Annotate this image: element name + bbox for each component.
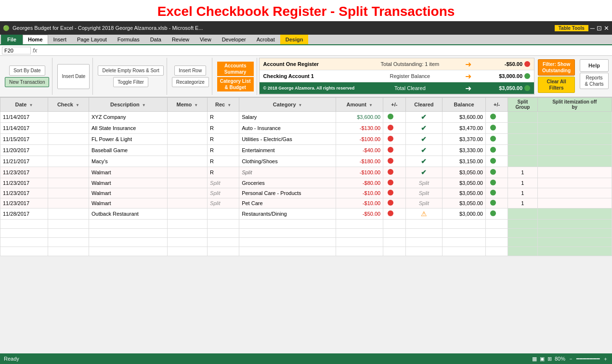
window-controls[interactable]: ─ ⊡ ✕ [590, 25, 609, 32]
fx-label: fx [33, 47, 37, 54]
cell-rec: R [208, 112, 239, 123]
cell-amount: -$10.00 [336, 198, 383, 208]
tab-acrobat[interactable]: Acrobat [251, 35, 280, 44]
excel-icon: 🟢 [3, 25, 10, 31]
table-row[interactable]: 11/21/2017Macy'sRClothing/Shoes-$180.00✔… [0, 156, 612, 167]
cell-balance-dot [485, 198, 508, 208]
table-row[interactable]: 11/14/2017All State InsuranceRAuto - Ins… [0, 123, 612, 134]
tab-design[interactable]: Design [280, 35, 309, 44]
table-header-row: Date ▼ Check ▼ Description ▼ Memo ▼ Rec … [0, 98, 612, 112]
col-header-balance[interactable]: Balance [443, 98, 486, 112]
cell-balance-dot [485, 208, 508, 220]
col-header-rec[interactable]: Rec ▼ [208, 98, 239, 112]
cell-description: All State Insurance [89, 123, 167, 134]
tab-review[interactable]: Review [167, 35, 195, 44]
cell-empty [443, 238, 486, 247]
col-header-description[interactable]: Description ▼ [89, 98, 167, 112]
col-header-plus-minus[interactable]: +/- [383, 98, 405, 112]
cell-split-group: 1 [508, 178, 537, 188]
col-header-date[interactable]: Date ▼ [0, 98, 48, 112]
cell-split-off [537, 156, 612, 167]
cell-amount: $3,600.00 [336, 112, 383, 123]
clear-all-filters-button[interactable]: Clear AllFilters [538, 77, 575, 93]
tab-home[interactable]: Home [23, 35, 48, 44]
col-header-bal-plus-minus[interactable]: +/- [485, 98, 508, 112]
tab-formulas[interactable]: Formulas [112, 35, 145, 44]
restore-icon[interactable]: ⊡ [597, 25, 602, 32]
tab-page-layout[interactable]: Page Layout [72, 35, 112, 44]
insert-row-button[interactable]: Insert Row [174, 65, 206, 76]
cell-rec: R [208, 156, 239, 167]
tab-data[interactable]: Data [145, 35, 167, 44]
table-row-empty [0, 238, 612, 247]
cell-split-group: 1 [508, 167, 537, 178]
cell-empty [208, 238, 239, 247]
col-header-split-group[interactable]: SplitGroup [508, 98, 537, 112]
cell-empty [405, 238, 443, 247]
tab-insert[interactable]: Insert [48, 35, 72, 44]
cell-empty [405, 220, 443, 229]
col-header-check[interactable]: Check ▼ [48, 98, 89, 112]
cell-empty [508, 220, 537, 229]
cell-check [48, 188, 89, 198]
formula-input[interactable] [39, 48, 610, 53]
cell-date: 11/23/2017 [0, 178, 48, 188]
cell-memo [167, 123, 207, 134]
table-row[interactable]: 11/28/2017Outback RestaurantRestaurants/… [0, 208, 612, 220]
col-header-cleared[interactable]: Cleared [405, 98, 443, 112]
accounts-summary-button[interactable]: AccountsSummary [217, 62, 254, 76]
close-icon[interactable]: ✕ [604, 25, 609, 32]
toggle-filter-button[interactable]: Toggle Filter [113, 77, 148, 87]
cell-rec: R [208, 167, 239, 178]
help-button[interactable]: Help [580, 59, 609, 72]
col-header-category[interactable]: Category ▼ [239, 98, 336, 112]
table-row[interactable]: 11/23/2017WalmartSplitPersonal Care - Pr… [0, 188, 612, 198]
ribbon-group-transaction: Sort By Date New Transaction [2, 58, 52, 95]
cell-description: FL Power & Light [89, 134, 167, 145]
table-row[interactable]: 11/20/2017Baseball GameREntertainment-$4… [0, 145, 612, 156]
cell-empty [537, 238, 612, 247]
cell-empty [485, 238, 508, 247]
cell-balance: $3,150.00 [443, 156, 486, 167]
cell-empty [48, 247, 89, 256]
tab-view[interactable]: View [195, 35, 217, 44]
cell-category: Groceries [239, 178, 336, 188]
insert-date-button[interactable]: Insert Date [57, 64, 90, 89]
cell-empty [485, 247, 508, 256]
cell-amount: -$10.00 [336, 188, 383, 198]
sort-by-date-button[interactable]: Sort By Date [9, 65, 45, 76]
account-row-2: Checking Account 1 Register Balance ➜ $3… [260, 70, 534, 82]
cell-reference-box[interactable] [2, 47, 31, 54]
table-row[interactable]: 11/15/2017FL Power & LightRUtilities - E… [0, 134, 612, 145]
cell-cleared: ✔ [405, 123, 443, 134]
table-row[interactable]: 11/23/2017WalmartSplitPet Care-$10.00Spl… [0, 198, 612, 208]
recategorize-button[interactable]: Recategorize [172, 77, 209, 87]
cell-empty [485, 229, 508, 238]
cell-balance-dot [485, 178, 508, 188]
col-header-memo[interactable]: Memo ▼ [167, 98, 207, 112]
register-balance-label: Register Balance [358, 73, 463, 79]
cell-empty [0, 229, 48, 238]
delete-empty-rows-button[interactable]: Delete Empty Rows & Sort [98, 65, 163, 76]
table-row[interactable]: 11/14/2017XYZ CompanyRSalary$3,600.00✔$3… [0, 112, 612, 123]
cell-amount: -$180.00 [336, 156, 383, 167]
table-row[interactable]: 11/23/2017WalmartRSplit-$100.00✔$3,050.0… [0, 167, 612, 178]
tab-file[interactable]: File [1, 35, 23, 44]
cell-balance-dot [485, 134, 508, 145]
reports-charts-button[interactable]: Reports& Charts [580, 73, 609, 89]
filter-show-outstanding-button[interactable]: Filter: ShowOutstanding [538, 59, 575, 76]
cell-empty [48, 238, 89, 247]
new-transaction-button[interactable]: New Transaction [5, 77, 49, 87]
tab-developer[interactable]: Developer [217, 35, 251, 44]
category-list-budget-button[interactable]: Category List& Budget [217, 77, 254, 91]
col-header-amount[interactable]: Amount ▼ [336, 98, 383, 112]
formula-bar: fx [0, 45, 612, 56]
table-row[interactable]: 11/23/2017WalmartSplitGroceries-$80.00Sp… [0, 178, 612, 188]
cell-empty [239, 238, 336, 247]
cell-check [48, 156, 89, 167]
cell-empty [405, 229, 443, 238]
cell-empty [508, 238, 537, 247]
col-header-split-off[interactable]: Split itemization offby [537, 98, 612, 112]
minimize-icon[interactable]: ─ [590, 25, 595, 32]
cell-empty [443, 220, 486, 229]
